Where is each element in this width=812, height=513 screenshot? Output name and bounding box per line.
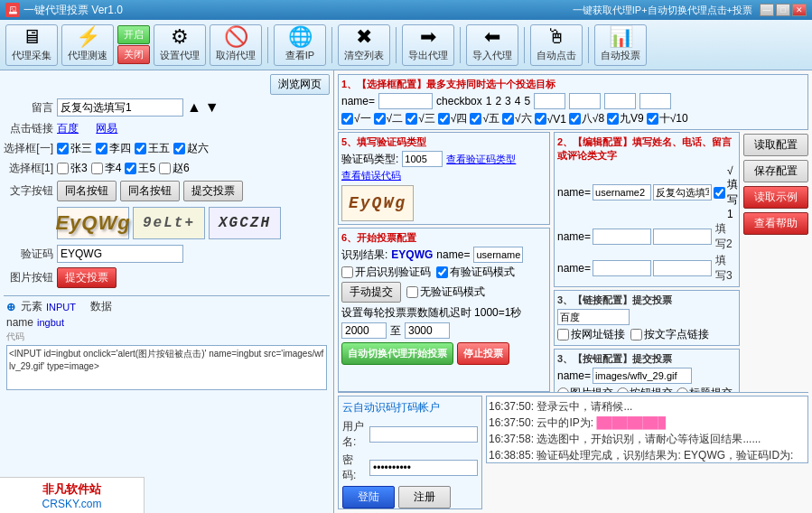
toolbar-collect[interactable]: 🖥 代理采集 [5, 24, 58, 66]
cb-zhao6b[interactable]: 赵6 [159, 161, 190, 176]
s2-fill1[interactable] [653, 184, 712, 201]
cb-6[interactable]: √六 [502, 111, 532, 126]
maximize-button[interactable]: □ [776, 4, 790, 16]
left-panel: 浏览网页 留言 ▲ ▼ 点击链接 百度 网易 选择框[一] 张三 李四 王五 赵… [0, 70, 334, 513]
stop-button[interactable]: 关闭 [117, 45, 150, 64]
img-submit-cb[interactable]: 图片提交 [557, 386, 613, 392]
same-btn1[interactable]: 同名按钮 [57, 181, 117, 201]
manual-submit-btn[interactable]: 手动提交 [341, 282, 401, 303]
cb-3[interactable]: √三 [406, 111, 435, 126]
s2-cb1[interactable]: √填写1 [714, 164, 738, 220]
cloud-user-input[interactable] [369, 426, 478, 443]
cb-zhang3b[interactable]: 张3 [57, 161, 88, 176]
save-config-btn[interactable]: 保存配置 [743, 160, 808, 182]
toolbar-import[interactable]: ⬅ 导入代理 [466, 24, 518, 66]
section3-btn-title: 3、【按钮配置】提交投票 [557, 352, 736, 366]
toolbar-autoclick[interactable]: 🖱 自动点击 [530, 24, 583, 66]
section2-row3: name= 填写3 [557, 253, 736, 284]
captcha-type-input[interactable] [402, 151, 443, 167]
s2-name1[interactable] [593, 184, 651, 201]
comment-scroll-down[interactable]: ▼ [205, 99, 219, 116]
from-input[interactable] [341, 322, 387, 339]
comment-scroll-up[interactable]: ▲ [187, 99, 201, 116]
comment-input[interactable] [57, 98, 183, 117]
captcha-input[interactable] [57, 245, 183, 263]
close-button[interactable]: ✕ [792, 4, 807, 16]
to-input[interactable] [405, 322, 450, 339]
captcha-label: 验证码 [4, 247, 53, 262]
cb-7[interactable]: √V1 [535, 113, 566, 126]
link-value-input[interactable] [557, 309, 630, 325]
s2-fill3[interactable] [653, 260, 712, 276]
minimize-button[interactable]: — [760, 4, 774, 16]
name-input[interactable] [378, 93, 433, 109]
text-btn-row: 文字按钮 同名按钮 同名按钮 提交投票 [4, 180, 330, 202]
check-error-code-link[interactable]: 查看错误代码 [341, 170, 401, 181]
app-icon: 🗳 [5, 3, 20, 17]
choose-input3[interactable] [604, 93, 636, 109]
enable-identify-cb[interactable]: 开启识别验证码 [341, 265, 431, 280]
link-baidu[interactable]: 百度 [57, 121, 79, 136]
element-type-value: INPUT [46, 302, 76, 312]
register-btn[interactable]: 注册 [398, 486, 451, 508]
image-btn-row: 图片按钮 提交投票 [4, 266, 330, 289]
choose-input4[interactable] [639, 93, 671, 109]
no-mode-cb[interactable]: 无验证码模式 [406, 284, 485, 300]
cloud-pass-input[interactable] [369, 460, 478, 476]
s2-name2[interactable] [593, 229, 651, 245]
choose-input2[interactable] [569, 93, 601, 109]
toolbar-setproxy[interactable]: ⚙ 设置代理 [154, 24, 206, 66]
name3-input[interactable] [473, 247, 523, 263]
section1-box: 1、【选择框配置】最多支持同时选十个投选目标 name= checkbox 1 … [338, 74, 808, 130]
select-one-row: 选择框[一] 张三 李四 王五 赵六 [4, 140, 330, 157]
cb-zhao6[interactable]: 赵六 [173, 141, 209, 156]
s3-name-input[interactable] [593, 368, 692, 384]
cb-zhang3[interactable]: 张三 [57, 141, 92, 156]
cb-wang5[interactable]: 王五 [135, 141, 170, 156]
help-btn[interactable]: 查看帮助 [743, 212, 808, 235]
cb-9[interactable]: 九V9 [607, 111, 644, 126]
stop-vote-btn[interactable]: 停止投票 [457, 342, 509, 365]
s2-fill2[interactable] [653, 229, 712, 245]
separator4 [460, 27, 461, 63]
cb-8[interactable]: 八√8 [569, 111, 604, 126]
choose-input1[interactable] [534, 93, 565, 109]
separator5 [524, 27, 525, 63]
browse-button[interactable]: 浏览网页 [270, 74, 330, 95]
toolbar-autovote[interactable]: 📊 自动投票 [594, 24, 647, 66]
has-mode-cb[interactable]: 有验证码模式 [436, 265, 515, 280]
cb-10[interactable]: 十√10 [647, 111, 688, 126]
cb-1[interactable]: √一 [341, 111, 371, 126]
read-sample-btn[interactable]: 读取示例 [743, 186, 808, 209]
text-link-cb[interactable]: 按文字点链接 [630, 327, 709, 342]
toolbar-export[interactable]: ➡ 导出代理 [402, 24, 454, 66]
cb-2[interactable]: √二 [374, 111, 404, 126]
submit-vote-btn[interactable]: 提交投票 [183, 181, 243, 201]
toolbar-checkip[interactable]: 🌐 查看IP [274, 24, 326, 66]
cb-li4[interactable]: 李四 [96, 141, 131, 156]
title-submit-cb[interactable]: 标题提交 [677, 386, 733, 392]
has-mode-label: 有验证码模式 [450, 265, 515, 280]
s2-name3[interactable] [593, 260, 651, 276]
image-submit-btn[interactable]: 提交投票 [57, 267, 117, 288]
identify-value: EYQWG [391, 248, 433, 261]
link-submit-cb[interactable]: 按钮提交 [617, 386, 673, 392]
link-wangyi[interactable]: 网易 [96, 121, 117, 136]
element-arrow: ⊕ [6, 301, 15, 313]
toolbar-speed[interactable]: ⚡ 代理测速 [61, 24, 114, 66]
enable-identify-label: 开启识别验证码 [355, 265, 431, 280]
toolbar-cancelproxy[interactable]: 🚫 取消代理 [210, 24, 262, 66]
check-captcha-type-link[interactable]: 查看验证码类型 [446, 153, 516, 166]
start-vote-btn[interactable]: 自动切换代理开始投票 [341, 342, 453, 365]
cb-li4b[interactable]: 李4 [91, 161, 122, 176]
cb-5[interactable]: √五 [470, 111, 499, 126]
login-btn[interactable]: 登陆 [342, 486, 395, 508]
read-config-btn[interactable]: 读取配置 [743, 134, 808, 156]
cb-4[interactable]: √四 [438, 111, 468, 126]
cb-wang5b[interactable]: 王5 [125, 161, 155, 176]
url-link-cb[interactable]: 按网址链接 [557, 327, 625, 342]
same-btn2[interactable]: 同名按钮 [120, 181, 180, 201]
toolbar-clearlist[interactable]: ✖ 清空列表 [338, 24, 390, 66]
start-button[interactable]: 开启 [117, 25, 150, 44]
code-label: 代码 [6, 331, 327, 343]
